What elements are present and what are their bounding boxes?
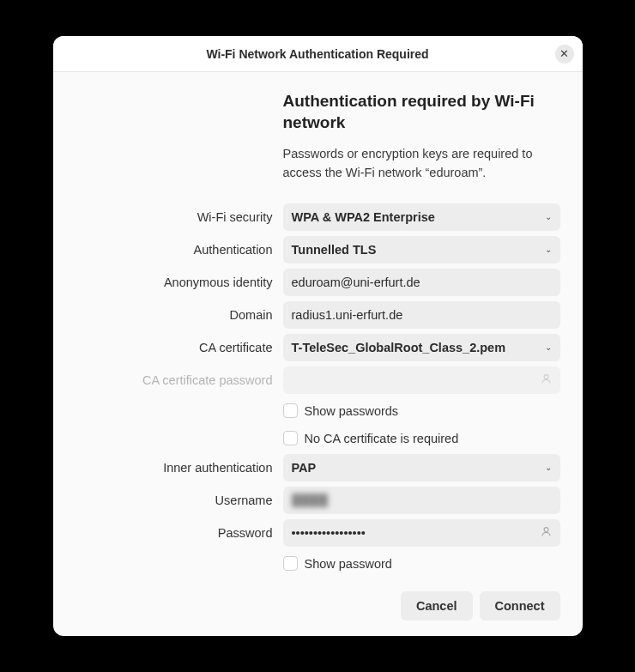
dialog-subtext: Passwords or encryption keys are require…: [283, 145, 560, 183]
chevron-down-icon: ⌄: [545, 212, 552, 221]
no-ca-cert-label: No CA certificate is required: [305, 432, 459, 445]
show-passwords-checkbox[interactable]: [283, 403, 298, 418]
wifi-security-value: WPA & WPA2 Enterprise: [292, 210, 435, 224]
username-input[interactable]: ████: [283, 487, 560, 514]
authentication-select[interactable]: Tunnelled TLS ⌄: [283, 236, 560, 263]
password-label: Password: [76, 526, 283, 540]
username-label: Username: [76, 493, 283, 507]
dialog-content: Authentication required by Wi-Fi network…: [53, 72, 583, 636]
chevron-down-icon: ⌄: [545, 342, 552, 352]
domain-label: Domain: [76, 308, 283, 322]
password-input[interactable]: •••••••••••••••••: [283, 519, 560, 547]
anon-identity-value: eduroam@uni-erfurt.de: [292, 275, 552, 289]
wifi-security-select[interactable]: WPA & WPA2 Enterprise ⌄: [283, 203, 560, 231]
show-passwords-label: Show passwords: [305, 404, 399, 418]
inner-auth-label: Inner authentication: [76, 461, 283, 475]
svg-point-0: [544, 375, 548, 379]
show-password-checkbox[interactable]: [283, 556, 298, 571]
no-ca-cert-checkbox[interactable]: [283, 431, 298, 445]
inner-auth-value: PAP: [292, 461, 317, 475]
window-title: Wi-Fi Network Authentication Required: [206, 47, 428, 61]
ca-cert-pw-input: [283, 366, 560, 394]
user-icon: [541, 526, 552, 540]
show-password-label: Show password: [305, 557, 392, 571]
domain-value: radius1.uni-erfurt.de: [292, 308, 552, 322]
user-icon: [541, 373, 552, 387]
close-button[interactable]: ✕: [555, 45, 574, 64]
authentication-label: Authentication: [76, 243, 283, 257]
password-value: •••••••••••••••••: [292, 526, 541, 540]
dialog-heading: Authentication required by Wi-Fi network: [283, 91, 560, 133]
username-value: ████: [292, 493, 552, 507]
auth-dialog: Wi-Fi Network Authentication Required ✕ …: [53, 36, 583, 636]
button-bar: Cancel Connect: [76, 579, 560, 621]
connect-button[interactable]: Connect: [480, 591, 560, 621]
wifi-security-label: Wi-Fi security: [76, 210, 283, 224]
titlebar: Wi-Fi Network Authentication Required ✕: [53, 36, 583, 72]
header-block: Authentication required by Wi-Fi network…: [283, 91, 560, 183]
ca-cert-select[interactable]: T-TeleSec_GlobalRoot_Class_2.pem ⌄: [283, 334, 560, 361]
chevron-down-icon: ⌄: [545, 463, 552, 472]
chevron-down-icon: ⌄: [545, 245, 552, 254]
anon-identity-input[interactable]: eduroam@uni-erfurt.de: [283, 269, 560, 296]
ca-cert-label: CA certificate: [76, 341, 283, 354]
domain-input[interactable]: radius1.uni-erfurt.de: [283, 301, 560, 329]
ca-cert-pw-label: CA certificate password: [76, 373, 283, 387]
close-icon: ✕: [559, 47, 569, 60]
svg-point-1: [544, 528, 548, 532]
anon-identity-label: Anonymous identity: [76, 275, 283, 289]
inner-auth-select[interactable]: PAP ⌄: [283, 454, 560, 481]
authentication-value: Tunnelled TLS: [292, 243, 377, 257]
cancel-button[interactable]: Cancel: [401, 591, 473, 621]
ca-cert-value: T-TeleSec_GlobalRoot_Class_2.pem: [292, 341, 506, 354]
